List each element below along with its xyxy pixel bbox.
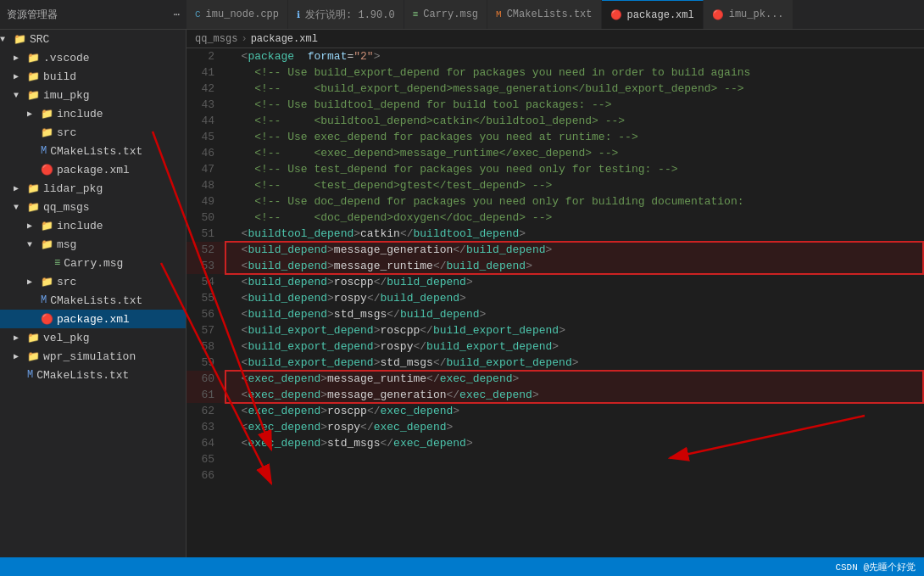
main-area: ▼📁SRC▶📁.vscode▶📁build▼📁imu_pkg▶📁include📁… <box>0 30 924 557</box>
line-content: <build_depend>std_msgs</build_depend> <box>225 306 924 322</box>
code-line: 58 <build_export_depend>rospy</build_exp… <box>186 338 924 355</box>
tree-label: CMakeLists.txt <box>50 294 142 307</box>
code-line: 57 <build_export_depend>roscpp</build_ex… <box>186 322 924 338</box>
line-number: 65 <box>186 451 225 467</box>
folder-icon: 📁 <box>41 126 53 139</box>
line-number: 61 <box>186 387 225 403</box>
sidebar-more-icon[interactable]: ⋯ <box>174 8 180 21</box>
code-line: 53 <build_depend>message_runtime</build_… <box>186 258 924 274</box>
line-content: <!-- <doc_depend>doxygen</doc_depend> --… <box>225 210 924 226</box>
tab-imu-pk---[interactable]: 🔴imu_pk... <box>704 0 793 30</box>
tree-label: Carry.msg <box>64 257 123 270</box>
sidebar-item-qq_msg[interactable]: ▼📁msg <box>0 235 186 254</box>
xml-file-icon: 🔴 <box>41 164 53 176</box>
code-line: 63 <exec_depend>rospy</exec_depend> <box>186 419 924 435</box>
tree-label: imu_pkg <box>43 89 90 102</box>
line-number: 51 <box>186 226 225 242</box>
tree-label: vel_pkg <box>43 332 90 344</box>
sidebar-item-lidar_pkg[interactable]: ▶📁lidar_pkg <box>0 179 186 198</box>
breadcrumb: qq_msgs›package.xml <box>186 30 924 48</box>
line-number: 50 <box>186 210 225 226</box>
folder-icon: 📁 <box>27 182 40 195</box>
line-number: 62 <box>186 403 225 419</box>
line-number: 46 <box>186 145 225 161</box>
sidebar-item-qq_cmake[interactable]: MCMakeLists.txt <box>0 291 186 310</box>
tree-arrow: ▶ <box>14 351 27 361</box>
line-number: 58 <box>186 338 225 355</box>
line-content: <exec_depend>message_generation</exec_de… <box>225 387 924 403</box>
line-content: <build_export_depend>roscpp</build_expor… <box>225 322 924 338</box>
line-number: 56 <box>186 306 225 322</box>
line-content: <!-- <buildtool_depend>catkin</buildtool… <box>225 113 924 129</box>
tree-label: CMakeLists.txt <box>50 145 142 158</box>
sidebar-item-wpr_sim[interactable]: ▶📁wpr_simulation <box>0 347 186 366</box>
sidebar-item-qq_msgs[interactable]: ▼📁qq_msgs <box>0 198 186 216</box>
line-content: <build_depend>rospy</build_depend> <box>225 290 924 306</box>
code-line: 46 <!-- <exec_depend>message_runtime</ex… <box>186 145 924 161</box>
tab-Carry-msg[interactable]: ≡Carry.msg <box>404 0 487 30</box>
tree-label: include <box>57 108 103 120</box>
sidebar-header: 资源管理器 ⋯ <box>0 8 186 22</box>
code-editor[interactable]: 2 <package format="2">41 <!-- Use build_… <box>186 48 924 484</box>
sidebar-item-imu_package[interactable]: 🔴package.xml <box>0 160 186 179</box>
code-line: 60 <exec_depend>message_runtime</exec_de… <box>186 371 924 387</box>
line-content: <exec_depend>message_runtime</exec_depen… <box>225 371 924 387</box>
tree-arrow: ▼ <box>14 91 27 100</box>
tab-package-xml[interactable]: 🔴package.xml <box>602 0 704 30</box>
tree-label: src <box>57 276 76 288</box>
line-number: 48 <box>186 177 225 193</box>
breadcrumb-separator: › <box>241 33 247 45</box>
line-content: <!-- Use doc_depend for packages you nee… <box>225 193 924 210</box>
sidebar-item-carry_msg[interactable]: ≡Carry.msg <box>0 254 186 272</box>
watermark: CSDN @先睡个好觉 <box>835 561 916 573</box>
sidebar-item-src[interactable]: ▼📁SRC <box>0 30 186 48</box>
sidebar-item-imu_include[interactable]: ▶📁include <box>0 104 186 123</box>
breadcrumb-item[interactable]: qq_msgs <box>195 33 237 45</box>
tab-------1-90-0[interactable]: ℹ发行说明: 1.90.0 <box>288 0 404 30</box>
line-number: 47 <box>186 161 225 177</box>
sidebar-item-imu_pkg[interactable]: ▼📁imu_pkg <box>0 86 186 104</box>
folder-icon: 📁 <box>41 108 53 120</box>
folder-icon: 📁 <box>27 350 40 363</box>
sidebar-item-imu_cmake[interactable]: MCMakeLists.txt <box>0 142 186 160</box>
tree-label: include <box>57 220 103 232</box>
sidebar-item-vel_pkg[interactable]: ▶📁vel_pkg <box>0 328 186 347</box>
sidebar-item-qq_include[interactable]: ▶📁include <box>0 216 186 235</box>
line-number: 52 <box>186 242 225 258</box>
sidebar-item-root_cmake[interactable]: MCMakeLists.txt <box>0 366 186 384</box>
tree-arrow: ▶ <box>14 333 27 343</box>
tree-label: build <box>43 70 76 83</box>
sidebar-item-build[interactable]: ▶📁build <box>0 67 186 86</box>
sidebar-item-imu_src[interactable]: 📁src <box>0 123 186 142</box>
tree-arrow: ▶ <box>27 277 41 287</box>
tab-imu-node-cpp[interactable]: Cimu_node.cpp <box>186 0 288 30</box>
tree-arrow: ▶ <box>27 221 41 231</box>
tree-label: SRC <box>30 33 49 46</box>
sidebar-item-vscode[interactable]: ▶📁.vscode <box>0 48 186 67</box>
breadcrumb-item[interactable]: package.xml <box>251 33 318 45</box>
code-line: 56 <build_depend>std_msgs</build_depend> <box>186 306 924 322</box>
line-content: <exec_depend>std_msgs</exec_depend> <box>225 435 924 451</box>
tree-arrow: ▼ <box>0 35 14 44</box>
code-line: 51 <buildtool_depend>catkin</buildtool_d… <box>186 226 924 242</box>
tree-arrow: ▶ <box>14 53 27 63</box>
xml-file-icon: 🔴 <box>41 313 53 326</box>
tree-label: CMakeLists.txt <box>36 369 129 382</box>
line-number: 53 <box>186 258 225 274</box>
tree-arrow: ▶ <box>27 109 41 119</box>
tab-CMakeLists-txt[interactable]: MCMakeLists.txt <box>487 0 601 30</box>
sidebar: ▼📁SRC▶📁.vscode▶📁build▼📁imu_pkg▶📁include📁… <box>0 30 186 557</box>
line-number: 59 <box>186 355 225 371</box>
folder-icon: 📁 <box>41 220 53 232</box>
tabs-bar: Cimu_node.cppℹ发行说明: 1.90.0≡Carry.msgMCMa… <box>186 0 924 30</box>
code-line: 2 <package format="2"> <box>186 48 924 64</box>
sidebar-item-qq_package[interactable]: 🔴package.xml <box>0 310 186 328</box>
tree-label: lidar_pkg <box>43 182 103 195</box>
code-line: 65 <box>186 451 924 467</box>
line-number: 45 <box>186 129 225 145</box>
folder-icon: 📁 <box>14 33 26 46</box>
tree-arrow: ▶ <box>14 71 27 81</box>
line-number: 49 <box>186 193 225 210</box>
sidebar-item-qq_src[interactable]: ▶📁src <box>0 272 186 291</box>
line-number: 43 <box>186 97 225 113</box>
